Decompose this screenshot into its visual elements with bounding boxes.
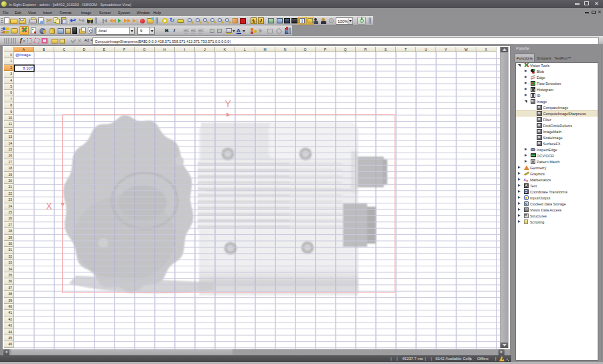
svg-text:8.107: 8.107: [23, 66, 34, 70]
svg-text:Y: Y: [225, 98, 232, 109]
svg-text:X: X: [46, 201, 53, 211]
svg-text:@Image: @Image: [15, 53, 31, 57]
